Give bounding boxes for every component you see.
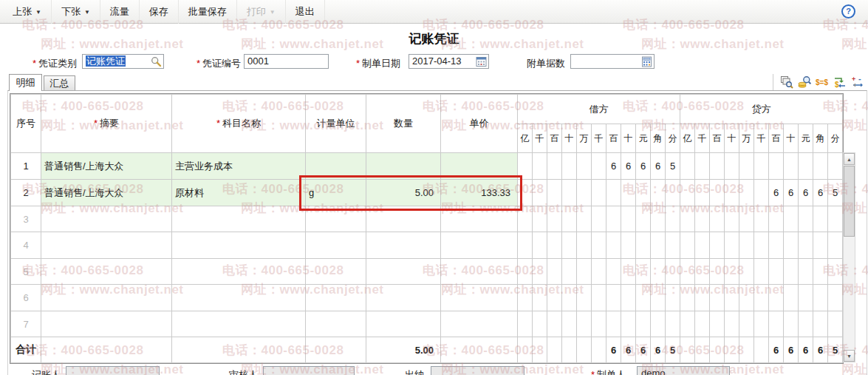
help-icon[interactable]: ? [841, 4, 855, 18]
debit-digit-cell[interactable] [621, 180, 636, 206]
debit-digit-cell[interactable] [562, 180, 577, 206]
credit-digit-cell[interactable] [828, 232, 843, 259]
credit-digit-cell[interactable] [710, 232, 725, 259]
debit-digit-cell[interactable] [621, 285, 636, 311]
credit-digit-cell[interactable] [769, 232, 784, 259]
debit-digit-cell[interactable] [621, 232, 636, 259]
qty-cell[interactable] [366, 153, 441, 180]
credit-digit-cell[interactable] [754, 153, 769, 180]
debit-digit-cell[interactable] [666, 206, 680, 232]
credit-digit-cell[interactable] [784, 206, 799, 232]
debit-digit-cell[interactable] [562, 206, 577, 232]
attachments-input[interactable] [570, 54, 655, 69]
debit-digit-cell[interactable] [547, 232, 562, 259]
debit-digit-cell[interactable] [577, 180, 592, 206]
debit-digit-cell[interactable] [666, 285, 680, 311]
account-cell[interactable]: 原材料 [172, 180, 306, 206]
credit-digit-cell[interactable]: 6 [784, 180, 799, 206]
balance-amount-icon[interactable]: $=$ [816, 75, 829, 89]
credit-digit-cell[interactable] [799, 206, 813, 232]
credit-digit-cell[interactable] [739, 311, 754, 337]
price-cell[interactable] [441, 311, 518, 337]
credit-digit-cell[interactable] [754, 180, 769, 206]
exit-button[interactable]: 退出 [286, 0, 325, 24]
credit-digit-cell[interactable] [813, 206, 828, 232]
credit-digit-cell[interactable] [754, 311, 769, 337]
credit-digit-cell[interactable] [784, 285, 799, 311]
credit-digit-cell[interactable] [813, 285, 828, 311]
debit-digit-cell[interactable] [562, 311, 577, 337]
flow-button[interactable]: 流量 [100, 0, 140, 24]
debit-digit-cell[interactable] [533, 153, 547, 180]
credit-digit-cell[interactable] [769, 153, 784, 180]
debit-digit-cell[interactable]: 6 [636, 153, 651, 180]
credit-digit-cell[interactable] [725, 232, 739, 259]
debit-digit-cell[interactable] [547, 206, 562, 232]
debit-digit-cell[interactable] [651, 285, 666, 311]
search-amount-icon[interactable] [798, 75, 811, 89]
price-cell[interactable] [441, 206, 518, 232]
credit-digit-cell[interactable] [680, 180, 695, 206]
debit-digit-cell[interactable] [518, 153, 533, 180]
credit-digit-cell[interactable] [769, 206, 784, 232]
credit-digit-cell[interactable]: 6 [799, 180, 813, 206]
qty-cell[interactable] [366, 311, 441, 337]
credit-digit-cell[interactable] [799, 153, 813, 180]
unit-cell[interactable] [306, 285, 366, 311]
voucher-no-input[interactable]: 0001 [244, 54, 329, 69]
row-no-cell[interactable]: 4 [11, 232, 41, 259]
row-no-cell[interactable]: 7 [11, 311, 41, 337]
qty-cell[interactable] [366, 232, 441, 259]
debit-digit-cell[interactable] [606, 311, 621, 337]
credit-digit-cell[interactable] [799, 285, 813, 311]
credit-digit-cell[interactable] [739, 232, 754, 259]
price-cell[interactable] [441, 153, 518, 180]
credit-digit-cell[interactable] [695, 232, 710, 259]
carry-amount-icon[interactable]: $ [833, 75, 847, 89]
credit-digit-cell[interactable] [695, 206, 710, 232]
summary-cell[interactable] [41, 206, 172, 232]
debit-digit-cell[interactable] [518, 259, 533, 285]
price-cell[interactable] [441, 259, 518, 285]
unit-cell[interactable] [306, 311, 366, 337]
summary-cell[interactable] [41, 285, 172, 311]
debit-digit-cell[interactable] [651, 180, 666, 206]
debit-digit-cell[interactable] [606, 206, 621, 232]
debit-digit-cell[interactable] [533, 232, 547, 259]
unit-cell[interactable] [306, 153, 366, 180]
debit-digit-cell[interactable] [533, 180, 547, 206]
credit-digit-cell[interactable] [739, 206, 754, 232]
debit-digit-cell[interactable] [592, 285, 606, 311]
debit-digit-cell[interactable] [666, 232, 680, 259]
account-cell[interactable]: 主营业务成本 [172, 153, 306, 180]
debit-digit-cell[interactable] [621, 311, 636, 337]
credit-digit-cell[interactable] [710, 311, 725, 337]
credit-digit-cell[interactable] [828, 206, 843, 232]
credit-digit-cell[interactable] [680, 311, 695, 337]
credit-digit-cell[interactable] [784, 153, 799, 180]
debit-digit-cell[interactable] [606, 259, 621, 285]
scroll-up-icon[interactable]: ▲ [844, 153, 855, 165]
credit-digit-cell[interactable]: 6 [769, 180, 784, 206]
credit-digit-cell[interactable] [710, 153, 725, 180]
summary-cell[interactable] [41, 232, 172, 259]
credit-digit-cell[interactable] [813, 153, 828, 180]
price-cell[interactable] [441, 232, 518, 259]
unit-cell[interactable] [306, 206, 366, 232]
debit-digit-cell[interactable] [518, 180, 533, 206]
credit-digit-cell[interactable] [680, 259, 695, 285]
credit-digit-cell[interactable] [754, 259, 769, 285]
account-cell[interactable] [172, 259, 306, 285]
scrollbar-thumb[interactable] [844, 166, 855, 237]
credit-digit-cell[interactable] [725, 153, 739, 180]
debit-digit-cell[interactable] [666, 259, 680, 285]
vertical-scrollbar[interactable]: ▲ ▼ [843, 152, 855, 362]
batch-save-button[interactable]: 批量保存 [179, 0, 237, 24]
row-no-cell[interactable]: 3 [11, 206, 41, 232]
debit-digit-cell[interactable] [518, 206, 533, 232]
debit-digit-cell[interactable] [592, 180, 606, 206]
debit-digit-cell[interactable] [592, 232, 606, 259]
print-preview-icon[interactable] [780, 75, 793, 89]
account-cell[interactable] [172, 206, 306, 232]
debit-digit-cell[interactable] [592, 311, 606, 337]
